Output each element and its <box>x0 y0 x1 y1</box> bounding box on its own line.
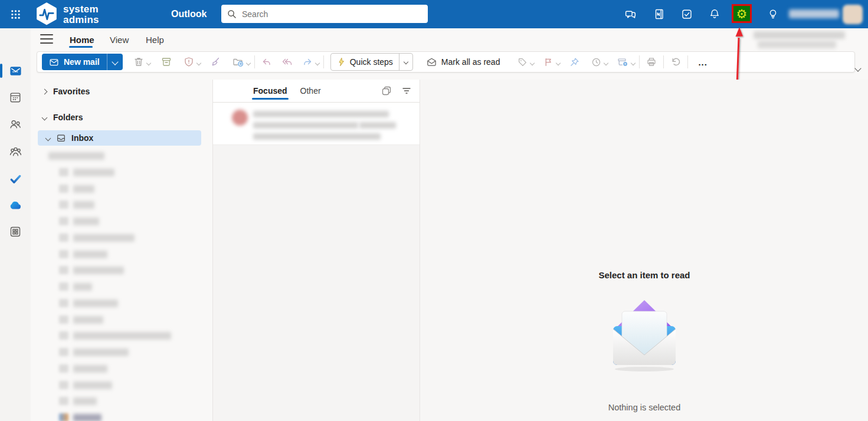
ribbon-divider <box>639 55 640 68</box>
new-mail-button[interactable]: New mail <box>42 54 107 70</box>
flag-dropdown[interactable] <box>556 57 560 67</box>
folder-icon-redacted <box>59 381 68 389</box>
rules-dropdown[interactable] <box>631 57 635 67</box>
email-list-item[interactable] <box>213 103 420 145</box>
new-mail-label: New mail <box>64 57 100 67</box>
rail-todo-check-icon[interactable] <box>0 167 31 190</box>
new-mail-envelope-icon <box>49 57 59 67</box>
folder-item-redacted[interactable] <box>59 200 94 209</box>
folder-item-redacted[interactable] <box>59 413 101 421</box>
tab-focused[interactable]: Focused <box>253 80 287 102</box>
categorize-button[interactable] <box>515 54 530 70</box>
rules-button[interactable] <box>615 54 631 70</box>
quick-steps-dropdown[interactable] <box>399 54 412 70</box>
delete-button[interactable] <box>131 54 146 70</box>
more-options-button[interactable]: ... <box>692 57 713 67</box>
ribbon-divider <box>663 55 664 68</box>
favorites-section[interactable]: Favorites <box>41 87 90 96</box>
folder-label-redacted <box>73 332 171 340</box>
tips-lightbulb-icon[interactable] <box>761 0 785 28</box>
folder-item-redacted[interactable] <box>59 298 118 308</box>
folder-item-redacted[interactable] <box>59 265 124 275</box>
folder-item-redacted[interactable] <box>48 151 104 160</box>
mark-all-read-button[interactable]: Mark all as read <box>421 54 505 70</box>
flag-button[interactable] <box>541 54 556 70</box>
folder-item-redacted[interactable] <box>59 364 107 373</box>
folder-item-inbox[interactable]: Inbox <box>38 130 201 146</box>
reply-button[interactable] <box>259 54 274 70</box>
report-dropdown[interactable] <box>197 57 201 67</box>
brand-logo[interactable]: system admins <box>35 2 99 27</box>
folder-item-redacted[interactable] <box>59 396 97 406</box>
folder-item-redacted[interactable] <box>59 331 171 340</box>
snooze-button[interactable] <box>589 54 604 70</box>
folder-icon-redacted <box>59 315 68 324</box>
search-input[interactable] <box>241 9 422 19</box>
folder-icon-redacted <box>59 299 68 307</box>
tab-home[interactable]: Home <box>70 32 94 47</box>
pin-button[interactable] <box>567 54 582 70</box>
message-list-header: Focused Other <box>213 80 420 103</box>
rail-groups-icon[interactable] <box>0 140 31 163</box>
new-mail-split-button[interactable]: New mail <box>42 54 123 70</box>
folder-item-redacted[interactable] <box>59 167 114 177</box>
rail-more-apps-icon[interactable] <box>0 220 31 244</box>
forward-button[interactable] <box>300 54 315 70</box>
forward-dropdown[interactable] <box>316 57 319 67</box>
reply-all-button[interactable] <box>279 54 295 70</box>
favorites-label: Favorites <box>53 87 90 96</box>
archive-button[interactable] <box>159 54 174 70</box>
folder-label-redacted <box>73 397 97 405</box>
folder-item-redacted[interactable] <box>59 282 92 291</box>
folder-item-redacted[interactable] <box>59 233 135 242</box>
search-bar[interactable] <box>221 5 428 23</box>
categorize-dropdown[interactable] <box>530 57 534 67</box>
print-button[interactable] <box>644 54 659 70</box>
chevron-right-icon[interactable] <box>41 90 47 94</box>
chevron-down-icon[interactable] <box>45 136 51 140</box>
select-messages-icon[interactable] <box>382 86 391 96</box>
onenote-icon[interactable] <box>647 0 671 28</box>
folder-label-redacted <box>73 300 118 307</box>
new-mail-dropdown[interactable] <box>107 54 123 70</box>
move-to-button[interactable] <box>230 54 246 70</box>
folder-icon-redacted <box>59 348 68 356</box>
delete-dropdown[interactable] <box>147 57 150 67</box>
quick-steps-button[interactable]: Quick steps <box>331 54 399 70</box>
ribbon-collapse-chevron[interactable] <box>856 63 860 73</box>
folder-item-redacted[interactable] <box>59 380 112 390</box>
sweep-button[interactable] <box>208 54 223 70</box>
tab-other[interactable]: Other <box>300 80 321 102</box>
snooze-dropdown[interactable] <box>604 57 608 67</box>
folder-item-redacted[interactable] <box>59 249 107 259</box>
quick-steps-split-button[interactable]: Quick steps <box>330 53 413 71</box>
folder-label-redacted <box>73 414 101 421</box>
filter-icon[interactable] <box>402 87 411 95</box>
teams-chat-icon[interactable] <box>618 0 642 28</box>
todo-icon[interactable] <box>675 0 699 28</box>
folder-item-redacted[interactable] <box>59 184 94 193</box>
folder-item-redacted[interactable] <box>59 216 99 226</box>
folder-item-redacted[interactable] <box>59 315 103 324</box>
move-to-dropdown[interactable] <box>247 57 250 67</box>
notifications-bell-icon[interactable] <box>703 0 726 28</box>
rail-calendar-icon[interactable] <box>0 85 31 109</box>
avatar[interactable] <box>843 5 863 24</box>
folder-item-redacted[interactable] <box>59 347 129 357</box>
app-launcher-icon[interactable] <box>6 5 25 24</box>
rail-people-icon[interactable] <box>0 113 31 136</box>
folders-label: Folders <box>53 113 83 122</box>
tab-view[interactable]: View <box>110 32 129 47</box>
folders-section[interactable]: Folders <box>41 113 83 122</box>
nav-toggle-hamburger-icon[interactable] <box>40 33 53 45</box>
rail-onedrive-icon[interactable] <box>0 194 31 218</box>
folder-label-redacted <box>73 381 112 389</box>
tab-help[interactable]: Help <box>146 32 164 47</box>
mark-all-read-label: Mark all as read <box>441 57 500 67</box>
rail-mail-icon[interactable] <box>0 59 31 83</box>
settings-gear-highlight[interactable]: ⚙ <box>732 4 752 23</box>
chevron-down-icon[interactable] <box>41 116 47 120</box>
folder-label-redacted <box>48 152 104 160</box>
undo-button[interactable] <box>668 54 683 70</box>
report-button[interactable] <box>181 54 196 70</box>
